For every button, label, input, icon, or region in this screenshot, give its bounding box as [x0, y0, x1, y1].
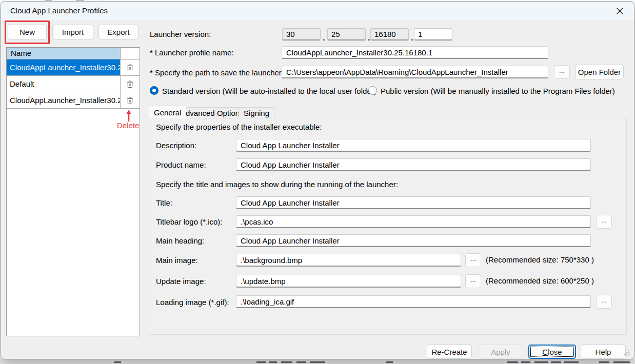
launcher-version-label: Launcher version:	[150, 30, 211, 38]
import-button[interactable]: Import	[52, 25, 93, 39]
titlebar-logo-label: Titlebar logo (*.ico):	[156, 217, 223, 226]
help-button[interactable]: Help	[581, 345, 626, 359]
browse-update-image-button[interactable]: ...	[465, 274, 481, 288]
row-delete-button[interactable]	[124, 62, 136, 74]
version-build-field	[370, 28, 409, 41]
description-label: Description:	[156, 141, 196, 150]
tab-advanced-options[interactable]: Advanced Options	[175, 107, 249, 118]
description-field[interactable]	[236, 139, 591, 152]
trash-icon	[126, 96, 134, 105]
version-separator: .	[368, 33, 370, 43]
version-separator: .	[323, 33, 325, 43]
version-revision-field[interactable]	[414, 28, 452, 41]
profile-name-cell[interactable]: Default	[7, 76, 121, 92]
title-images-section-label: Specify the title and images to show dur…	[156, 180, 398, 189]
standard-version-label: Standard version (Will be auto-installed…	[162, 87, 376, 95]
new-button[interactable]: New	[8, 25, 47, 39]
action-column-header	[121, 48, 140, 59]
table-row[interactable]: CloudAppLauncher_Installer30.25...	[7, 92, 140, 109]
cloud-app-launcher-profiles-dialog: Cloud App Launcher Profiles New Import E…	[1, 1, 634, 359]
table-header-row: Name	[7, 48, 140, 59]
window-title: Cloud App Launcher Profiles	[10, 6, 108, 15]
resize-grip[interactable]	[623, 349, 630, 356]
trash-icon	[126, 80, 134, 88]
profile-name-field[interactable]	[282, 46, 548, 59]
browse-main-image-button[interactable]: ...	[465, 253, 481, 267]
close-button[interactable]	[610, 4, 629, 18]
tab-signing[interactable]: Signing	[239, 107, 274, 118]
titlebar-logo-field[interactable]	[236, 215, 591, 228]
tab-general[interactable]: General	[149, 106, 186, 118]
title-label: Title:	[156, 198, 172, 207]
loading-image-field[interactable]	[236, 295, 591, 308]
update-image-label: Update image:	[156, 277, 206, 286]
loading-image-label: Loading image (*.gif):	[156, 298, 229, 307]
recreate-button[interactable]: Re-Create	[427, 345, 472, 359]
standard-version-radio[interactable]	[150, 86, 158, 95]
product-name-label: Product name:	[156, 160, 206, 169]
product-name-field[interactable]	[236, 158, 591, 171]
close-rest: lose	[548, 348, 562, 356]
delete-annotation: Delete	[117, 121, 139, 130]
row-delete-button[interactable]	[124, 94, 136, 107]
main-heading-field[interactable]	[236, 234, 591, 247]
main-image-label: Main image:	[156, 256, 198, 265]
save-path-field[interactable]	[282, 66, 548, 78]
title-field[interactable]	[236, 196, 591, 209]
main-image-hint: (Recommended size: 750*330 )	[486, 255, 594, 264]
window-titlebar[interactable]: Cloud App Launcher Profiles	[1, 2, 634, 20]
export-button[interactable]: Export	[98, 25, 138, 39]
table-row[interactable]: CloudAppLauncher_Installer30.25...	[7, 59, 140, 76]
update-image-field[interactable]	[236, 275, 461, 288]
profile-name-cell[interactable]: CloudAppLauncher_Installer30.25...	[7, 59, 121, 76]
public-version-label: Public version (Will be manually install…	[381, 87, 615, 95]
name-column-header[interactable]: Name	[7, 48, 121, 59]
row-delete-button[interactable]	[124, 78, 136, 90]
update-image-hint: (Recommended size: 600*250 )	[486, 276, 594, 285]
installer-properties-section-label: Specify the properties of the installer …	[156, 123, 322, 131]
open-folder-button[interactable]: Open Folder	[575, 65, 624, 79]
table-row[interactable]: Default	[7, 76, 140, 92]
public-version-radio[interactable]	[368, 86, 377, 95]
profile-name-cell[interactable]: CloudAppLauncher_Installer30.25...	[7, 92, 121, 109]
version-minor-field	[327, 28, 366, 41]
profiles-table: Name CloudAppLauncher_Installer30.25... …	[6, 47, 140, 336]
close-action-button[interactable]: Close	[528, 345, 576, 359]
browse-titlebar-logo-button[interactable]: ...	[596, 215, 612, 229]
background-window-edge	[0, 359, 635, 364]
version-major-field	[282, 28, 321, 41]
apply-button: Apply	[478, 345, 523, 359]
browse-save-path-button[interactable]: ...	[554, 65, 570, 79]
close-icon	[616, 7, 624, 15]
browse-loading-image-button[interactable]: ...	[596, 295, 612, 309]
main-heading-label: Main heading:	[156, 236, 204, 245]
version-separator: .	[411, 33, 413, 43]
save-path-label: * Specify the path to save the launcher:	[150, 68, 284, 77]
delete-arrow-icon	[126, 109, 131, 122]
close-accel: C	[542, 348, 548, 356]
profile-name-label: * Launcher profile name:	[150, 48, 233, 57]
main-image-field[interactable]	[236, 254, 461, 267]
trash-icon	[126, 64, 134, 72]
